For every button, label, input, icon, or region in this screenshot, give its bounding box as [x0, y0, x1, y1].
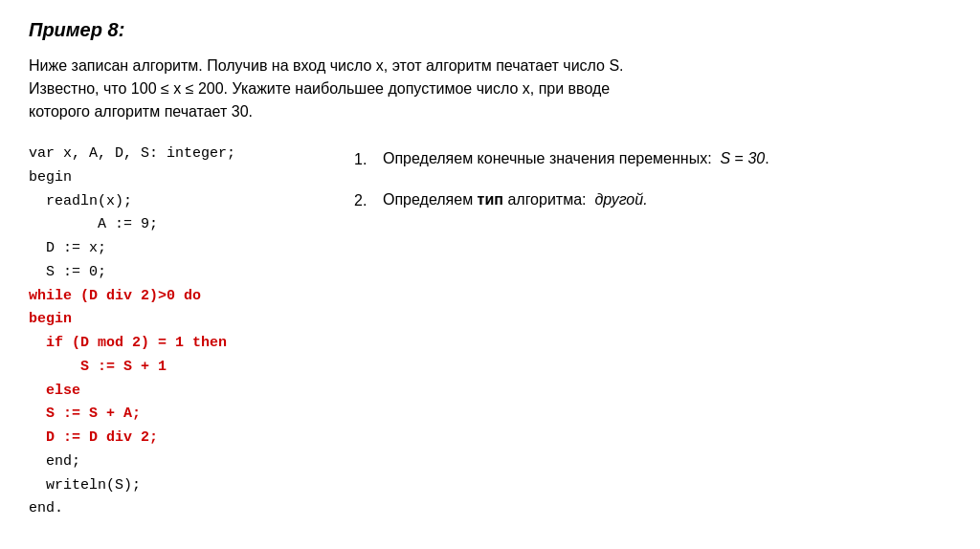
code-line-12: S := S + A; — [29, 403, 325, 427]
code-line-5: D := x; — [29, 237, 325, 261]
page-container: Пример 8: Ниже записан алгоритм. Получив… — [29, 19, 951, 521]
step-1-number: 1. — [354, 146, 383, 172]
code-line-3: readln(x); — [29, 190, 325, 214]
code-line-8: begin — [29, 308, 325, 332]
desc-line2: Известно, что 100 ≤ x ≤ 200. Укажите наи… — [29, 80, 610, 97]
step-2: 2. Определяем тип алгоритма: другой. — [354, 187, 951, 213]
code-line-1: var x, A, D, S: integer; — [29, 143, 325, 166]
title: Пример 8: — [29, 19, 951, 41]
code-line-4: A := 9; — [29, 213, 325, 237]
step-2-number: 2. — [354, 187, 383, 213]
main-content: var x, A, D, S: integer; begin readln(x)… — [29, 143, 951, 521]
code-line-2: begin — [29, 166, 325, 190]
code-line-13: D := D div 2; — [29, 427, 325, 450]
code-line-6: S := 0; — [29, 261, 325, 285]
steps-block: 1. Определяем конечные значения переменн… — [354, 143, 951, 228]
desc-line1: Ниже записан алгоритм. Получив на вход ч… — [29, 57, 624, 74]
description: Ниже записан алгоритм. Получив на вход ч… — [29, 55, 951, 123]
code-line-9: if (D mod 2) = 1 then — [29, 332, 325, 356]
code-line-16: end. — [29, 497, 325, 521]
step-1-text: Определяем конечные значения переменных:… — [383, 146, 951, 171]
code-block: var x, A, D, S: integer; begin readln(x)… — [29, 143, 325, 521]
code-line-7: while (D div 2)>0 do — [29, 285, 325, 309]
code-line-15: writeln(S); — [29, 474, 325, 498]
code-line-11: else — [29, 380, 325, 404]
desc-line3: которого алгоритм печатает 30. — [29, 103, 253, 120]
step-1: 1. Определяем конечные значения переменн… — [354, 146, 951, 172]
code-line-10: S := S + 1 — [29, 356, 325, 380]
code-line-14: end; — [29, 450, 325, 474]
step-2-text: Определяем тип алгоритма: другой. — [383, 187, 951, 212]
